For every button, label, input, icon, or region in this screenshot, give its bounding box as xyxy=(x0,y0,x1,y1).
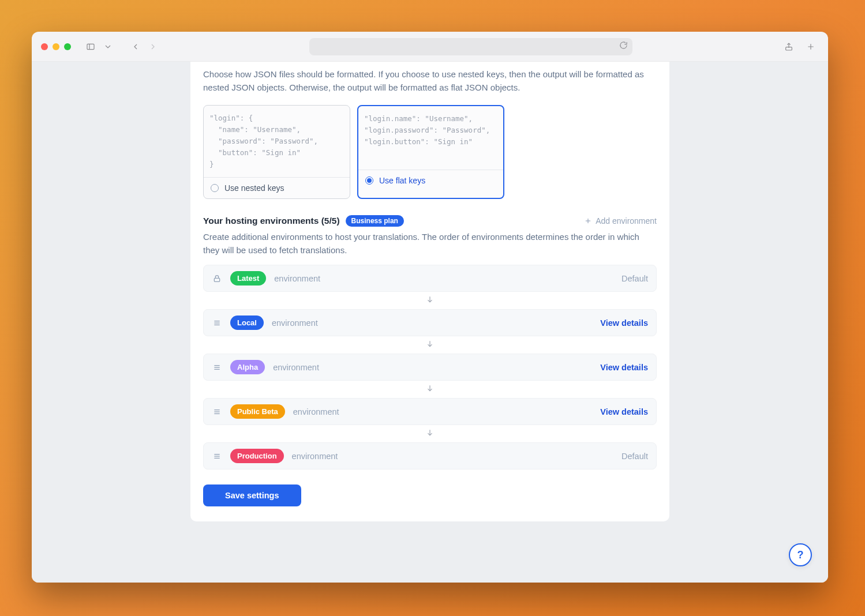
share-button[interactable] xyxy=(781,40,797,54)
hosting-title: Your hosting environments (5/5) xyxy=(203,216,340,226)
env-order-arrow xyxy=(203,336,657,354)
option-nested-keys[interactable]: "login": { "name": "Username", "password… xyxy=(203,105,350,199)
svg-rect-0 xyxy=(87,44,94,49)
settings-card: Choose how JSON files should be formatte… xyxy=(190,62,669,521)
new-tab-button[interactable] xyxy=(803,40,819,54)
env-name-pill: Production xyxy=(230,449,284,463)
env-type-label: environment xyxy=(293,407,339,416)
nested-label: Use nested keys xyxy=(224,183,284,193)
browser-window: Choose how JSON files should be formatte… xyxy=(32,32,828,583)
arrow-down-icon xyxy=(426,384,434,392)
env-drag-handle[interactable] xyxy=(212,363,222,372)
env-name-pill: Alpha xyxy=(230,360,265,374)
option-flat-keys[interactable]: "login.name": "Username", "login.passwor… xyxy=(357,105,504,199)
env-type-label: environment xyxy=(273,363,319,372)
environment-row: LatestenvironmentDefault xyxy=(203,265,657,292)
lock-icon xyxy=(212,274,222,283)
reload-icon[interactable] xyxy=(619,41,628,52)
titlebar xyxy=(32,32,828,62)
env-order-arrow xyxy=(203,292,657,309)
json-format-options: "login": { "name": "Username", "password… xyxy=(203,105,657,199)
nav-forward-button[interactable] xyxy=(145,40,161,54)
sidebar-toggle-button[interactable] xyxy=(83,40,99,54)
env-type-label: environment xyxy=(272,318,318,328)
nav-back-button[interactable] xyxy=(128,40,144,54)
env-name-pill: Latest xyxy=(230,271,266,286)
flat-code-preview: "login.name": "Username", "login.passwor… xyxy=(358,106,503,170)
env-name-pill: Public Beta xyxy=(230,404,285,419)
plus-icon xyxy=(584,217,592,225)
add-environment-button[interactable]: Add environment xyxy=(584,216,657,226)
drag-handle-icon xyxy=(212,363,222,372)
minimize-window-button[interactable] xyxy=(53,43,59,50)
env-drag-handle[interactable] xyxy=(212,318,222,328)
env-default-badge: Default xyxy=(621,452,648,461)
environment-row: LocalenvironmentView details xyxy=(203,309,657,336)
env-view-details-link[interactable]: View details xyxy=(600,318,648,328)
arrow-down-icon xyxy=(426,295,434,303)
env-view-details-link[interactable]: View details xyxy=(600,407,648,416)
save-settings-button[interactable]: Save settings xyxy=(203,484,301,506)
env-order-arrow xyxy=(203,381,657,398)
env-type-label: environment xyxy=(292,452,338,461)
drag-handle-icon xyxy=(212,452,222,461)
env-view-details-link[interactable]: View details xyxy=(600,363,648,372)
hosting-description: Create additional environments to host y… xyxy=(203,230,657,257)
json-format-description: Choose how JSON files should be formatte… xyxy=(203,67,657,95)
env-default-badge: Default xyxy=(621,274,648,283)
tab-group-dropdown[interactable] xyxy=(100,40,116,54)
question-mark-icon: ? xyxy=(797,549,804,561)
env-name-pill: Local xyxy=(230,315,264,330)
arrow-down-icon xyxy=(426,340,434,348)
env-type-label: environment xyxy=(274,274,320,283)
env-drag-handle[interactable] xyxy=(212,452,222,461)
window-controls xyxy=(41,43,71,50)
environment-row: Public BetaenvironmentView details xyxy=(203,398,657,425)
env-order-arrow xyxy=(203,425,657,442)
address-bar[interactable] xyxy=(309,38,632,55)
env-locked-indicator xyxy=(212,274,222,283)
radio-flat[interactable] xyxy=(365,176,373,185)
environment-row: AlphaenvironmentView details xyxy=(203,354,657,381)
plan-badge: Business plan xyxy=(346,215,404,227)
hosting-section-header: Your hosting environments (5/5) Business… xyxy=(203,215,657,227)
radio-nested[interactable] xyxy=(211,184,219,192)
nested-code-preview: "login": { "name": "Username", "password… xyxy=(204,106,350,177)
svg-rect-7 xyxy=(214,278,219,281)
drag-handle-icon xyxy=(212,318,222,328)
flat-label: Use flat keys xyxy=(379,176,425,185)
page-content: Choose how JSON files should be formatte… xyxy=(32,62,828,583)
arrow-down-icon xyxy=(426,429,434,437)
close-window-button[interactable] xyxy=(41,43,48,50)
zoom-window-button[interactable] xyxy=(64,43,71,50)
help-button[interactable]: ? xyxy=(789,543,812,566)
environment-row: ProductionenvironmentDefault xyxy=(203,442,657,469)
env-drag-handle[interactable] xyxy=(212,407,222,416)
environment-list: LatestenvironmentDefaultLocalenvironment… xyxy=(203,265,657,469)
drag-handle-icon xyxy=(212,407,222,416)
